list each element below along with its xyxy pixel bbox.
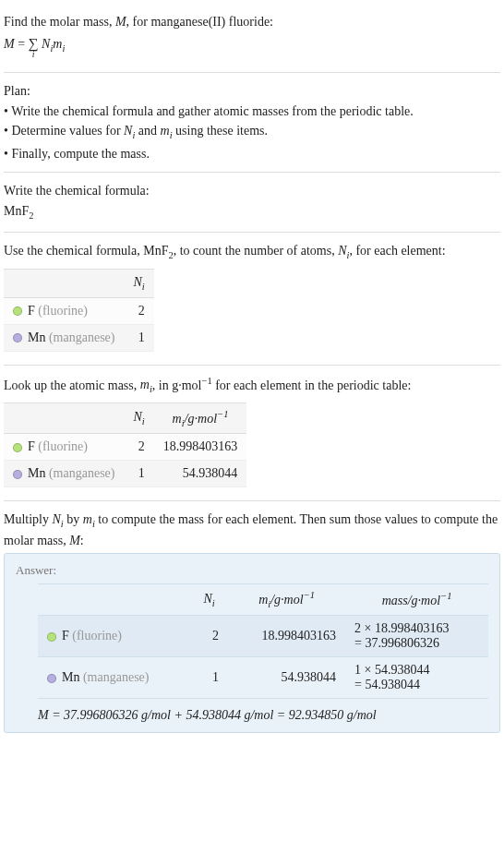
- answer-label: Answer:: [16, 563, 488, 578]
- m-cell: 18.998403163: [154, 434, 247, 461]
- th-Ni: Ni: [190, 584, 228, 615]
- final-result: M = 37.996806326 g/mol + 54.938044 g/mol…: [38, 708, 488, 723]
- th-Ni: Ni: [124, 269, 153, 297]
- table-header-row: Ni: [4, 269, 154, 297]
- element-dot-icon: [47, 674, 56, 683]
- table-row: F (fluorine) 2 18.998403163: [4, 434, 246, 461]
- element-dot-icon: [13, 306, 22, 316]
- th-mi: mi/g·mol−1: [154, 402, 247, 433]
- table-row: Mn (manganese) 1 54.938044 1 × 54.938044…: [38, 656, 488, 698]
- element-cell: Mn (manganese): [4, 461, 124, 487]
- plan-bullet-3: • Finally, compute the mass.: [4, 145, 500, 163]
- formula-sum-index: i: [29, 48, 39, 61]
- write-title: Write the chemical formula:: [4, 182, 500, 200]
- plan-bullet-2: • Determine values for Ni and mi using t…: [4, 122, 500, 142]
- element-cell: Mn (manganese): [4, 324, 124, 351]
- th-blank: [38, 584, 190, 615]
- write-formula-section: Write the chemical formula: MnF2: [4, 173, 500, 233]
- plan-Ni: Ni: [124, 124, 135, 138]
- plan-mi: mi: [161, 124, 173, 138]
- plan-title: Plan:: [4, 82, 500, 101]
- intro-section: Find the molar mass, M, for manganese(II…: [4, 4, 500, 73]
- plan-section: Plan: • Write the chemical formula and g…: [4, 73, 500, 173]
- n-cell: 1: [124, 461, 153, 487]
- intro-text-b: , for manganese(II) fluoride:: [126, 15, 273, 29]
- lookup-mi: mi: [140, 378, 152, 391]
- element-dot-icon: [47, 632, 56, 642]
- element-cell: Mn (manganese): [38, 656, 190, 698]
- intro-formula: M = ∑i Nimi: [4, 33, 500, 55]
- mass-cell: 2 × 18.998403163= 37.996806326: [345, 615, 488, 656]
- multiply-mi: mi: [83, 512, 95, 526]
- multiply-line: Multiply Ni by mi to compute the mass fo…: [4, 511, 500, 549]
- multiply-section: Multiply Ni by mi to compute the mass fo…: [4, 501, 500, 737]
- formula-rhs: Nimi: [42, 37, 65, 51]
- count-Ni: Ni: [338, 244, 349, 258]
- answer-box: Answer: Ni mi/g·mol−1 mass/g·mol−1 F (fl…: [4, 553, 500, 732]
- intro-line: Find the molar mass, M, for manganese(II…: [4, 13, 500, 31]
- th-mass: mass/g·mol−1: [345, 584, 488, 615]
- element-dot-icon: [13, 333, 22, 342]
- multiply-M: M: [69, 534, 80, 547]
- formula-eq: =: [15, 37, 29, 51]
- element-cell: F (fluorine): [38, 615, 190, 656]
- n-cell: 2: [124, 297, 153, 324]
- formula-lhs: M: [4, 37, 15, 51]
- th-blank: [4, 402, 124, 433]
- table-row: Mn (manganese) 1 54.938044: [4, 461, 246, 487]
- count-line: Use the chemical formula, MnF2, to count…: [4, 242, 500, 262]
- intro-M: M: [115, 15, 126, 29]
- lookup-mass-section: Look up the atomic mass, mi, in g·mol−1 …: [4, 366, 500, 502]
- m-cell: 54.938044: [154, 461, 247, 487]
- plan-bullet-1: • Write the chemical formula and gather …: [4, 102, 500, 121]
- element-cell: F (fluorine): [4, 434, 124, 461]
- n-cell: 2: [190, 615, 228, 656]
- answer-table: Ni mi/g·mol−1 mass/g·mol−1 F (fluorine) …: [38, 583, 488, 698]
- element-dot-icon: [13, 443, 22, 452]
- element-cell: F (fluorine): [4, 297, 124, 324]
- intro-text-a: Find the molar mass,: [4, 15, 115, 29]
- mass-cell: 1 × 54.938044= 54.938044: [345, 656, 488, 698]
- lookup-table: Ni mi/g·mol−1 F (fluorine) 2 18.99840316…: [4, 402, 246, 487]
- table-row: F (fluorine) 2 18.998403163 2 × 18.99840…: [38, 615, 488, 656]
- count-table: Ni F (fluorine) 2 Mn (manganese) 1: [4, 269, 154, 352]
- multiply-Ni: Ni: [53, 512, 64, 526]
- m-cell: 18.998403163: [228, 615, 345, 656]
- table-row: F (fluorine) 2: [4, 297, 154, 324]
- table-row: Mn (manganese) 1: [4, 324, 154, 351]
- chemical-formula: MnF2: [4, 202, 500, 222]
- n-cell: 2: [124, 434, 153, 461]
- n-cell: 1: [190, 656, 228, 698]
- table-header-row: Ni mi/g·mol−1: [4, 402, 246, 433]
- th-mi: mi/g·mol−1: [228, 584, 345, 615]
- lookup-line: Look up the atomic mass, mi, in g·mol−1 …: [4, 375, 500, 397]
- th-blank: [4, 269, 124, 297]
- m-cell: 54.938044: [228, 656, 345, 698]
- table-header-row: Ni mi/g·mol−1 mass/g·mol−1: [38, 584, 488, 615]
- element-dot-icon: [13, 470, 22, 479]
- n-cell: 1: [124, 324, 153, 351]
- count-atoms-section: Use the chemical formula, MnF2, to count…: [4, 233, 500, 365]
- th-Ni: Ni: [124, 402, 153, 433]
